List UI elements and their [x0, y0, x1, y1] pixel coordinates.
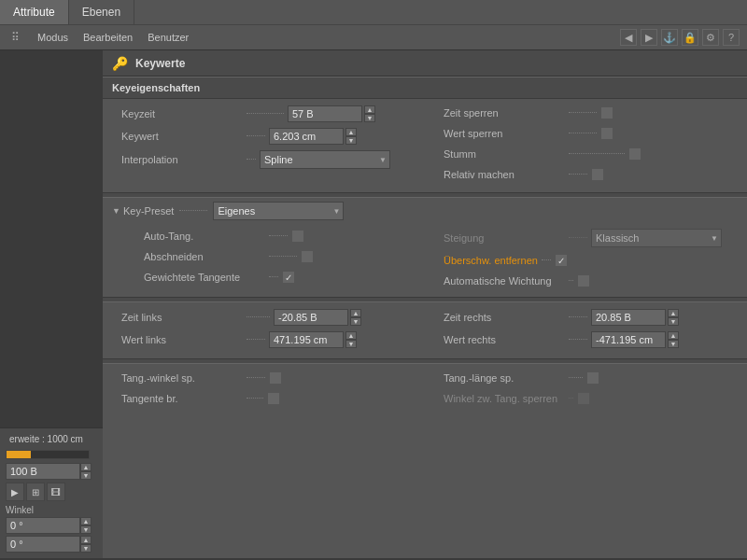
toolbar-benutzer[interactable]: Benutzer [148, 32, 189, 43]
zeit-links-input[interactable] [274, 309, 348, 326]
keywert-label: Keywert [121, 131, 243, 142]
keypreset-select[interactable]: Eigenes [213, 202, 344, 220]
keyeigenschaften-body: Keyzeit ▲▼ Keywert ▲▼ Inte [103, 99, 747, 189]
gewichtete-label: Gewichtete Tangente [144, 272, 265, 283]
keywert-row: Keywert ▲▼ [103, 125, 425, 147]
wert-rechts-spinner[interactable]: ▲▼ [668, 331, 679, 348]
keyzeit-spinner[interactable]: ▲▼ [364, 105, 375, 122]
progress-bar[interactable] [6, 450, 90, 459]
toolbar-help-btn[interactable]: ? [723, 29, 740, 46]
play-btn[interactable]: ▶ [6, 483, 24, 501]
zeit-rechts-label: Zeit rechts [444, 312, 565, 323]
progress-fill [7, 451, 31, 458]
wert-links-value: ▲▼ [269, 331, 357, 348]
abschneiden-checkbox[interactable] [301, 250, 314, 263]
gewichtete-checkbox[interactable] [282, 271, 295, 284]
interpolation-select[interactable]: Spline [260, 150, 390, 169]
ueberschw-row: Überschw. entfernen [425, 250, 747, 271]
toolbar-modus[interactable]: Modus [37, 32, 68, 43]
wert-rechts-input[interactable] [591, 331, 666, 348]
tang-laenge-label: Tang.-länge sp. [444, 372, 565, 384]
wert-links-input[interactable] [269, 331, 344, 348]
toolbar-forward-btn[interactable]: ▶ [641, 29, 657, 46]
toolbar-bearbeiten[interactable]: Bearbeiten [83, 32, 133, 43]
keywert-input[interactable] [269, 128, 344, 145]
keypreset-right: Steigung Klassisch Überschw. entfernen A… [425, 226, 747, 291]
tab-attribute[interactable]: Attribute [0, 0, 69, 24]
keyeigenschaften-header: Keyeigenschaften [103, 77, 747, 99]
stumm-label: Stumm [444, 148, 565, 160]
keyeigenschaften-right: Zeit sperren Wert sperren Stumm Relativ … [425, 103, 747, 185]
winkel-zw-checkbox[interactable] [577, 392, 590, 405]
stumm-row: Stumm [425, 144, 747, 164]
steigung-dropdown-wrap: Klassisch [591, 229, 722, 247]
interpolation-row: Interpolation Spline [103, 147, 425, 172]
progress-value-input[interactable] [6, 463, 80, 480]
tangenten2-body: Tang.-winkel sp. Tangente br. Tang.-läng… [103, 364, 747, 413]
tangente-br-row: Tangente br. [103, 388, 425, 409]
steigung-row: Steigung Klassisch [425, 226, 747, 250]
progress-spinner[interactable]: ▲▼ [80, 463, 92, 480]
toolbar-lock-btn[interactable]: 🔒 [682, 29, 698, 46]
toolbar-settings-btn[interactable]: ⚙ [702, 29, 719, 46]
stumm-checkbox[interactable] [628, 147, 641, 161]
angle-label: Winkel [6, 505, 97, 515]
progress-row [6, 448, 97, 461]
keypreset-label: Key-Preset [123, 205, 174, 217]
zeit-sperren-row: Zeit sperren [425, 103, 747, 123]
angle2-row: ▲▼ [6, 536, 97, 553]
zeit-rechts-spinner[interactable]: ▲▼ [668, 309, 679, 326]
abschneiden-label: Abschneiden [144, 251, 265, 262]
tangenten2-left: Tang.-winkel sp. Tangente br. [103, 368, 425, 409]
film-btn[interactable]: 🎞 [47, 483, 65, 501]
toolbar: ⠿ Modus Bearbeiten Benutzer ◀ ▶ ⚓ 🔒 ⚙ ? [0, 24, 747, 50]
zeit-rechts-value: ▲▼ [591, 309, 679, 326]
tang-laenge-checkbox[interactable] [586, 371, 599, 385]
toolbar-back-btn[interactable]: ◀ [620, 29, 637, 46]
wert-links-row: Wert links ▲▼ [103, 329, 425, 351]
ueberschw-label[interactable]: Überschw. entfernen [444, 255, 538, 266]
keyzeit-value: ▲▼ [288, 105, 375, 122]
ueberschw-checkbox[interactable] [555, 254, 568, 267]
keyzeit-row: Keyzeit ▲▼ [103, 103, 425, 125]
grid-icon: ⠿ [7, 30, 22, 45]
toolbar-anchor-btn[interactable]: ⚓ [661, 29, 678, 46]
wert-rechts-value: ▲▼ [591, 331, 679, 348]
angle1-input[interactable] [6, 517, 80, 534]
gewichtete-row: Gewichtete Tangente [103, 267, 425, 287]
wert-sperren-checkbox[interactable] [600, 127, 613, 140]
grid-btn[interactable]: ⊞ [26, 483, 45, 501]
angle2-spinner[interactable]: ▲▼ [80, 536, 92, 553]
keyeigenschaften-left: Keyzeit ▲▼ Keywert ▲▼ Inte [103, 103, 425, 185]
auto-wichtung-label: Automatische Wichtung [444, 275, 565, 287]
tang-winkel-checkbox[interactable] [269, 371, 282, 385]
autotang-row: Auto-Tang. [103, 226, 425, 246]
angle1-spinner[interactable]: ▲▼ [80, 517, 92, 534]
relativ-checkbox[interactable] [591, 168, 604, 181]
tab-ebenen[interactable]: Ebenen [69, 0, 134, 24]
tang-laenge-row: Tang.-länge sp. [425, 368, 747, 388]
wert-sperren-label: Wert sperren [444, 128, 565, 139]
keywert-value: ▲▼ [269, 128, 357, 145]
tangente-br-label: Tangente br. [121, 393, 243, 404]
steigung-select[interactable]: Klassisch [591, 229, 722, 247]
autotang-checkbox[interactable] [291, 230, 304, 243]
tangenten-right: Zeit rechts ▲▼ Wert rechts ▲▼ [425, 306, 747, 351]
keypreset-dropdown-wrap: Eigenes [213, 202, 344, 220]
tangenten-body: Zeit links ▲▼ Wert links ▲▼ [103, 302, 747, 355]
zeit-rechts-input[interactable] [591, 309, 666, 326]
tangente-br-checkbox[interactable] [267, 392, 280, 405]
angle2-input[interactable] [6, 536, 80, 553]
wert-sperren-row: Wert sperren [425, 123, 747, 144]
zeit-links-spinner[interactable]: ▲▼ [350, 309, 361, 326]
wert-links-spinner[interactable]: ▲▼ [345, 331, 357, 348]
keyzeit-input[interactable] [288, 105, 362, 122]
keypreset-row: Key-Preset Eigenes [103, 198, 747, 224]
zeit-sperren-label: Zeit sperren [444, 107, 565, 119]
wert-links-label: Wert links [121, 334, 243, 345]
auto-wichtung-checkbox[interactable] [577, 274, 590, 287]
zeit-sperren-checkbox[interactable] [600, 106, 613, 119]
steigung-label: Steigung [444, 232, 565, 244]
keywert-spinner[interactable]: ▲▼ [345, 128, 357, 145]
keypreset-triangle[interactable] [112, 206, 120, 216]
